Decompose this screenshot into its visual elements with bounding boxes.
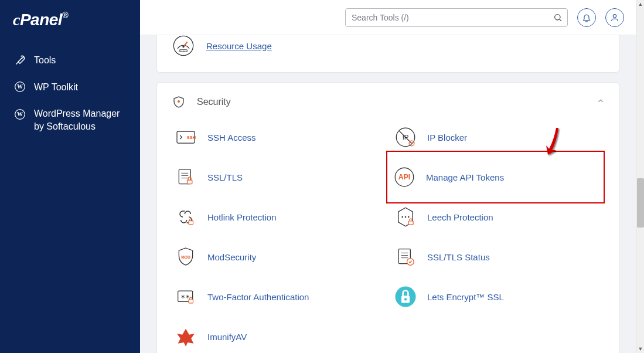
svg-point-9 bbox=[182, 46, 184, 47]
link-label[interactable]: Resource Usage bbox=[206, 41, 272, 51]
svg-text:API: API bbox=[398, 173, 410, 181]
svg-point-34 bbox=[405, 216, 407, 218]
topbar bbox=[140, 0, 636, 35]
sidebar-item-wp-manager[interactable]: W WordPress Manager by Softaculous bbox=[0, 100, 140, 140]
sidebar-item-label: Tools bbox=[34, 54, 126, 67]
item-label: Hotlink Protection bbox=[207, 212, 277, 222]
svg-marker-49 bbox=[177, 329, 195, 347]
twofa-icon: ∗∗ bbox=[173, 284, 198, 309]
svg-point-6 bbox=[613, 14, 616, 17]
item-imunifyav[interactable]: ImunifyAV bbox=[171, 322, 385, 351]
svg-line-5 bbox=[560, 19, 561, 21]
main-content: Resource Usage Security SSH bbox=[140, 0, 636, 353]
wordpress-icon: W bbox=[14, 108, 26, 120]
scroll-down-icon[interactable]: ▼ bbox=[636, 345, 644, 353]
tools-icon bbox=[14, 55, 26, 66]
svg-text:SSH: SSH bbox=[187, 135, 196, 140]
item-label: Manage API Tokens bbox=[426, 172, 504, 182]
scroll-up-icon[interactable]: ▲ bbox=[636, 0, 644, 8]
item-lets-encrypt[interactable]: Lets Encrypt™ SSL bbox=[391, 282, 605, 311]
chain-icon bbox=[173, 205, 198, 229]
item-hotlink-protection[interactable]: Hotlink Protection bbox=[171, 202, 385, 232]
leech-icon bbox=[393, 205, 418, 229]
svg-rect-31 bbox=[189, 221, 193, 225]
chevron-up-icon bbox=[597, 97, 605, 107]
terminal-icon: SSH bbox=[173, 125, 198, 150]
bell-icon bbox=[582, 13, 591, 22]
wordpress-icon: W bbox=[14, 81, 26, 93]
certificate-check-icon bbox=[393, 245, 418, 269]
card-security: Security SSH SSH Access IP IP bbox=[156, 82, 619, 353]
scroll-thumb[interactable] bbox=[637, 178, 644, 228]
svg-point-23 bbox=[411, 142, 413, 144]
svg-rect-45 bbox=[189, 300, 193, 303]
item-label: SSL/TLS Status bbox=[427, 252, 490, 262]
card-header-security[interactable]: Security bbox=[157, 83, 619, 120]
certificate-icon bbox=[173, 165, 198, 189]
item-manage-api-tokens[interactable]: API Manage API Tokens bbox=[386, 151, 605, 203]
sidebar-item-tools[interactable]: Tools bbox=[0, 47, 140, 74]
security-grid: SSH SSH Access IP IP Blocker SSL/TLS bbox=[157, 120, 619, 353]
item-label: SSH Access bbox=[207, 133, 256, 142]
item-ssh-access[interactable]: SSH SSH Access bbox=[171, 123, 385, 152]
sidebar: ccPanelPanel® Tools W WP Toolkit W WordP… bbox=[0, 0, 140, 353]
svg-point-16 bbox=[178, 100, 180, 103]
lets-encrypt-icon bbox=[393, 284, 418, 309]
svg-text:W: W bbox=[17, 111, 23, 118]
search-icon[interactable] bbox=[551, 11, 564, 24]
sidebar-item-label: WordPress Manager by Softaculous bbox=[34, 107, 126, 133]
api-icon: API bbox=[392, 165, 417, 189]
item-label: Two-Factor Authentication bbox=[207, 292, 309, 302]
sidebar-item-wp-toolkit[interactable]: W WP Toolkit bbox=[0, 74, 140, 101]
gauge-icon bbox=[171, 33, 196, 58]
item-leech-protection[interactable]: Leech Protection bbox=[391, 202, 605, 232]
page-scrollbar[interactable]: ▲ ▼ bbox=[636, 0, 644, 353]
item-label: ModSecurity bbox=[207, 252, 256, 262]
svg-point-4 bbox=[555, 14, 560, 19]
item-label: Lets Encrypt™ SSL bbox=[427, 292, 504, 302]
svg-text:IP: IP bbox=[403, 134, 409, 141]
item-two-factor-auth[interactable]: ∗∗ Two-Factor Authentication bbox=[171, 282, 385, 311]
svg-text:W: W bbox=[17, 84, 23, 90]
logo[interactable]: ccPanelPanel® bbox=[0, 11, 140, 47]
notifications-button[interactable] bbox=[577, 8, 596, 27]
item-ssl-status[interactable]: SSL/TLS Status bbox=[391, 242, 605, 271]
card-title: Security bbox=[197, 97, 586, 107]
user-icon bbox=[610, 13, 619, 22]
account-button[interactable] bbox=[605, 8, 624, 27]
item-modsecurity[interactable]: MOD ModSecurity bbox=[171, 242, 385, 271]
svg-text:∗∗: ∗∗ bbox=[180, 293, 190, 300]
svg-point-48 bbox=[404, 298, 407, 300]
ip-blocker-icon: IP bbox=[393, 125, 418, 150]
sidebar-item-label: WP Toolkit bbox=[34, 81, 126, 94]
item-label: Leech Protection bbox=[427, 212, 493, 222]
link-resource-usage[interactable]: Resource Usage bbox=[171, 33, 605, 58]
imunify-icon bbox=[173, 324, 198, 349]
svg-point-33 bbox=[401, 216, 403, 218]
item-ssl-tls[interactable]: SSL/TLS bbox=[171, 162, 385, 192]
svg-point-35 bbox=[408, 216, 410, 218]
item-label: ImunifyAV bbox=[207, 332, 247, 342]
svg-text:MOD: MOD bbox=[181, 255, 190, 259]
modsecurity-icon: MOD bbox=[173, 245, 198, 269]
search-input[interactable] bbox=[345, 8, 568, 27]
item-label: SSL/TLS bbox=[207, 172, 243, 182]
search-box bbox=[345, 8, 568, 27]
svg-rect-36 bbox=[408, 221, 413, 225]
item-ip-blocker[interactable]: IP IP Blocker bbox=[391, 123, 605, 152]
shield-icon bbox=[171, 94, 186, 110]
svg-rect-28 bbox=[188, 180, 192, 184]
item-label: IP Blocker bbox=[427, 133, 467, 142]
